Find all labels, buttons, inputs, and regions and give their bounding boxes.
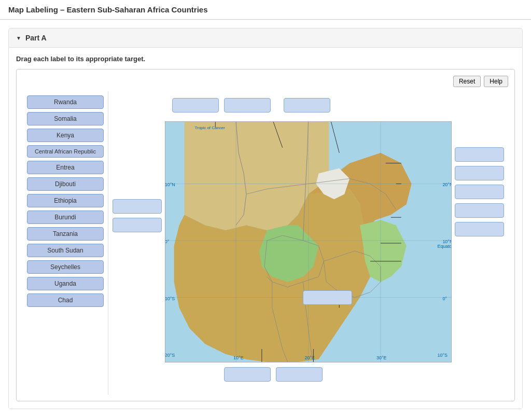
svg-text:Tropic of Cancer: Tropic of Cancer — [194, 125, 225, 130]
label-seychelles[interactable]: Seychelles — [27, 260, 104, 274]
toolbar: Reset Help — [23, 76, 508, 87]
label-kenya[interactable]: Kenya — [27, 129, 104, 142]
svg-text:10°E: 10°E — [233, 355, 244, 360]
map-area: 10°N 0° 10°S 20°S 10°E 20°E 30°E 20°N 10… — [108, 91, 508, 395]
main-container: Rwanda Somalia Kenya Central African Rep… — [23, 91, 508, 395]
drop-target-left-1[interactable] — [113, 199, 162, 214]
drop-target-bottom-1[interactable] — [224, 367, 271, 382]
label-burundi[interactable]: Burundi — [27, 211, 104, 224]
instructions-text: Drag each label to its appropriate targe… — [16, 55, 515, 63]
svg-text:10°S: 10°S — [165, 296, 175, 301]
drop-target-top-1[interactable] — [172, 98, 219, 113]
svg-text:30°E: 30°E — [376, 355, 387, 360]
part-a-section: ▼ Part A Drag each label to its appropri… — [8, 28, 523, 409]
label-car[interactable]: Central African Republic — [27, 145, 104, 158]
label-south-sudan[interactable]: South Sudan — [27, 244, 104, 257]
label-somalia[interactable]: Somalia — [27, 112, 104, 125]
page-title: Map Labeling – Eastern Sub-Saharan Afric… — [0, 0, 531, 20]
svg-text:10°S: 10°S — [437, 353, 448, 358]
drop-target-right-4[interactable] — [455, 203, 504, 218]
drop-target-right-2[interactable] — [455, 166, 504, 180]
drop-target-right-3[interactable] — [455, 185, 504, 199]
label-eritrea[interactable]: Entrea — [27, 161, 104, 174]
svg-text:Equator: Equator — [437, 244, 451, 249]
svg-text:10°N: 10°N — [165, 182, 175, 187]
svg-text:20°N: 20°N — [442, 182, 451, 187]
label-chad[interactable]: Chad — [27, 293, 104, 307]
page-title-text: Map Labeling – Eastern Sub-Saharan Afric… — [8, 5, 208, 14]
svg-text:0°: 0° — [165, 239, 170, 244]
drop-target-right-1[interactable] — [455, 147, 504, 162]
label-tanzania[interactable]: Tanzania — [27, 227, 104, 241]
drop-target-right-5[interactable] — [455, 222, 504, 236]
collapse-arrow[interactable]: ▼ — [16, 35, 21, 41]
drop-target-top-3[interactable] — [284, 98, 330, 113]
svg-text:0°: 0° — [442, 296, 447, 301]
label-list: Rwanda Somalia Kenya Central African Rep… — [23, 91, 108, 395]
drop-target-left-2[interactable] — [113, 218, 162, 232]
drop-target-bottom-2[interactable] — [276, 367, 323, 382]
drag-area: Reset Help Rwanda Somalia Kenya Central … — [16, 69, 515, 401]
part-header: ▼ Part A — [9, 29, 522, 47]
label-ethiopia[interactable]: Ethiopia — [27, 194, 104, 207]
drop-target-top-2[interactable] — [224, 98, 271, 113]
drop-target-center[interactable] — [303, 290, 352, 305]
svg-text:20°S: 20°S — [165, 353, 175, 358]
label-djibouti[interactable]: Djibouti — [27, 177, 104, 191]
reset-button[interactable]: Reset — [453, 76, 481, 87]
map-image: 10°N 0° 10°S 20°S 10°E 20°E 30°E 20°N 10… — [165, 121, 452, 362]
label-uganda[interactable]: Uganda — [27, 277, 104, 290]
label-rwanda[interactable]: Rwanda — [27, 95, 104, 109]
part-label: Part A — [25, 34, 47, 42]
help-button[interactable]: Help — [484, 76, 508, 87]
part-content: Drag each label to its appropriate targe… — [9, 47, 522, 409]
